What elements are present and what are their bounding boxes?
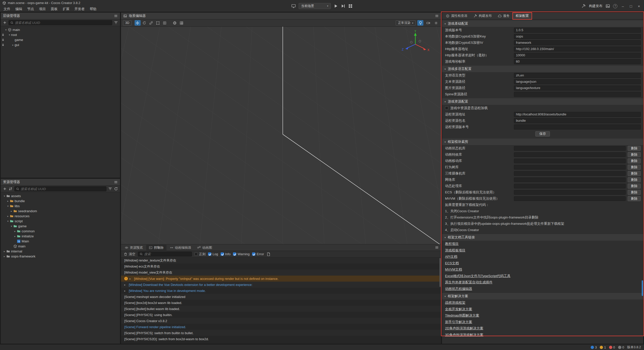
camera-settings-button[interactable] xyxy=(425,20,431,26)
panel-menu-icon[interactable] xyxy=(114,14,118,18)
chevron-right-icon[interactable]: ▸ xyxy=(13,230,17,233)
tree-item-oops-framework[interactable]: ▸oops-framework xyxy=(1,254,120,259)
console-tab-动画编辑器[interactable]: 动画编辑器 xyxy=(167,244,194,251)
field-input-图片资源路径[interactable] xyxy=(514,85,641,91)
field-input-本地数据CryptoES加密Key[interactable] xyxy=(514,34,641,39)
assets-search-input[interactable] xyxy=(21,187,105,191)
field-input-本地数据CryptoES加密IV[interactable] xyxy=(514,40,641,45)
chevron-right-icon[interactable]: ▸ xyxy=(3,255,6,258)
section-language[interactable]: ▾游戏多语言配置 xyxy=(442,66,643,72)
error-count-badge[interactable]: 0 xyxy=(609,345,615,349)
maximize-button[interactable]: □ xyxy=(628,4,633,8)
menu-帮助[interactable]: 帮助 xyxy=(87,7,99,11)
doc-link-Excel格式转Json文件与TypeScript代码工具[interactable]: Excel格式转Json文件与TypeScript代码工具 xyxy=(442,273,643,279)
filter-Error[interactable]: Error xyxy=(252,252,264,256)
inspector-tab-属性检查器[interactable]: 属性检查器 xyxy=(443,13,470,19)
chevron-right-icon[interactable]: ▸ xyxy=(10,210,13,212)
transform-tool-button[interactable] xyxy=(162,20,168,26)
chevron-right-icon[interactable]: ▸ xyxy=(11,43,15,46)
log-count-badge[interactable]: 3 xyxy=(591,345,597,349)
hierarchy-search[interactable] xyxy=(9,20,112,25)
doc-link-动画状态机编辑器[interactable]: 动画状态机编辑器 xyxy=(442,286,643,292)
tree-item-main[interactable]: ▾main xyxy=(1,27,120,32)
inspector-tab-框架配置[interactable]: 框架配置 xyxy=(513,13,532,19)
tree-item-game[interactable]: game xyxy=(1,37,120,42)
rotate-tool-button[interactable] xyxy=(141,20,147,26)
log-row[interactable]: [Window] ecs文件夹存在 xyxy=(121,264,441,270)
console-tab-控制台[interactable]: 控制台 xyxy=(146,244,167,251)
regex-filter-checkbox[interactable]: 正则 xyxy=(194,252,206,256)
chevron-right-icon[interactable]: ▸ xyxy=(3,250,6,253)
warning-count-badge[interactable]: 1 xyxy=(600,345,606,349)
section-modules[interactable]: ▾框架模块裁剪 xyxy=(442,139,643,145)
panel-menu-icon[interactable] xyxy=(114,180,118,184)
section-resources[interactable]: ▾游戏资源配置 xyxy=(442,98,643,105)
tree-item-assets[interactable]: ▾assets xyxy=(1,193,120,198)
log-row[interactable]: [Scene] [PHYSICS]: switch from builtin t… xyxy=(121,330,441,336)
log-row[interactable]: ▸[Window] You are running Vue in develop… xyxy=(121,288,441,294)
delete-button[interactable]: 删除 xyxy=(628,196,641,201)
field-input-Http服务器请求超时（毫秒）[interactable] xyxy=(514,53,641,58)
console-tab-动画图[interactable]: 动画图 xyxy=(194,244,215,251)
section-solutions[interactable]: ▾框架解决方案 xyxy=(442,293,643,299)
filter-Warning[interactable]: Warning xyxy=(233,252,250,256)
field-input-Http服务器地址[interactable] xyxy=(514,47,641,52)
tree-item-Main[interactable]: TSMain xyxy=(1,239,120,244)
export-log-icon[interactable] xyxy=(266,252,270,256)
delete-button[interactable]: 删除 xyxy=(628,190,641,195)
sort-icon[interactable] xyxy=(9,187,13,191)
delete-button[interactable]: 删除 xyxy=(628,158,641,163)
chevron-right-icon[interactable]: ▸ xyxy=(13,235,17,238)
filter-Info[interactable]: Info xyxy=(221,252,231,256)
field-input-远程资源包名[interactable] xyxy=(514,118,641,123)
play-button[interactable] xyxy=(334,4,338,8)
field-input-支持语言类型[interactable] xyxy=(514,73,641,78)
field-input-游戏版本号[interactable] xyxy=(514,28,641,33)
filter-Log[interactable]: Log xyxy=(208,252,218,256)
delete-button[interactable]: 删除 xyxy=(628,171,641,176)
solution-link-全栈开发解决方案[interactable]: 全栈开发解决方案 xyxy=(442,306,643,313)
help-icon[interactable]: ? xyxy=(613,4,617,8)
chevron-right-icon[interactable]: ▸ xyxy=(124,283,127,286)
doc-link-原生包热更新配置自动生成插件[interactable]: 原生包热更新配置自动生成插件 xyxy=(442,279,643,286)
solution-link-新手引导解决方案[interactable]: 新手引导解决方案 xyxy=(442,319,643,325)
menu-编辑[interactable]: 编辑 xyxy=(13,7,25,11)
chevron-right-icon[interactable]: ▸ xyxy=(124,289,127,292)
log-row[interactable]: [Scene] Forward render pipeline initiali… xyxy=(121,324,441,330)
chevron-right-icon[interactable]: ▸ xyxy=(6,200,10,202)
assets-search[interactable] xyxy=(14,186,106,191)
chevron-down-icon[interactable]: ▾ xyxy=(6,205,10,207)
message-count-badge[interactable]: 0 xyxy=(618,345,624,349)
inspector-tab-构建发布[interactable]: 构建发布 xyxy=(471,13,495,19)
chevron-down-icon[interactable]: ▾ xyxy=(3,195,6,197)
layout-button[interactable] xyxy=(348,4,353,8)
preview-play-icon[interactable] xyxy=(291,4,296,8)
field-input-游戏每秒帧率[interactable] xyxy=(514,59,641,64)
lighting-toggle-button[interactable] xyxy=(417,20,423,26)
log-row[interactable]: [Scene] Cocos Creator v3.8.2 xyxy=(121,318,441,324)
tree-item-internal[interactable]: ▸internal xyxy=(1,249,120,254)
scene-selector-dropdown[interactable]: 当前场景 ▾ xyxy=(299,3,331,9)
log-row[interactable]: [Scene] [PHYSICS2D]: switch from box2d-w… xyxy=(121,336,441,342)
delete-button[interactable]: 删除 xyxy=(628,184,641,189)
tree-item-main[interactable]: main xyxy=(1,244,120,249)
log-row[interactable]: [Scene] [bullet]:bullet wasm lib loaded. xyxy=(121,306,441,312)
console-tab-资源预览[interactable]: 资源预览 xyxy=(122,244,146,251)
hierarchy-search-input[interactable] xyxy=(15,21,110,25)
solution-link-战棋游戏框架[interactable]: 战棋游戏框架 xyxy=(442,299,643,306)
filter-icon[interactable] xyxy=(108,187,112,191)
tree-item-gui[interactable]: ▸gui xyxy=(1,42,120,47)
section-game-base[interactable]: ▾游戏基础配置 xyxy=(442,20,643,27)
solution-link-2D角色扮演游戏解决方案[interactable]: 2D角色扮演游戏解决方案 xyxy=(442,325,643,332)
menu-节点[interactable]: 节点 xyxy=(25,7,36,11)
log-row[interactable]: ▸[Window] Download the Vue Devtools exte… xyxy=(121,282,441,288)
chevron-down-icon[interactable]: ▾ xyxy=(8,33,11,36)
menu-开发者[interactable]: 开发者 xyxy=(72,7,87,11)
panel-menu-icon[interactable] xyxy=(435,14,439,18)
tree-item-script[interactable]: ▾script xyxy=(1,218,120,224)
log-row[interactable]: [Window] render_texture文件夹存在 xyxy=(121,257,441,264)
refresh-icon[interactable] xyxy=(114,187,118,191)
log-row[interactable]: [Scene] [box2d]:box2d wasm lib loaded. xyxy=(121,300,441,306)
clear-console-button[interactable]: 清空 xyxy=(124,252,135,256)
field-input-Spine资源路径[interactable] xyxy=(514,92,641,97)
